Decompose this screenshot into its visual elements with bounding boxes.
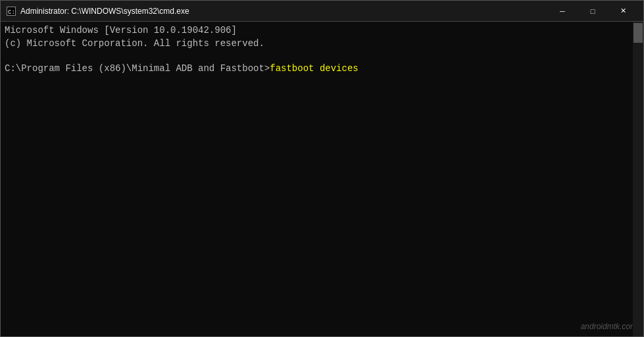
svg-text:C:: C: [8,9,15,15]
cmd-svg-icon: C: [7,7,15,15]
title-bar: C: Administrator: C:\WINDOWS\system32\cm… [1,1,643,22]
cmd-window: C: Administrator: C:\WINDOWS\system32\cm… [0,0,644,337]
scrollbar-thumb[interactable] [633,23,643,43]
minimize-button[interactable]: ─ [547,1,578,22]
console-prompt-line: C:\Program Files (x86)\Minimal ADB and F… [5,63,639,74]
scrollbar[interactable] [633,22,643,336]
cmd-icon: C: [6,6,16,16]
console-body[interactable]: Microsoft Windows [Version 10.0.19042.90… [1,22,643,336]
window-title: Administrator: C:\WINDOWS\system32\cmd.e… [20,7,189,16]
close-button[interactable]: ✕ [608,1,638,22]
window-controls: ─ □ ✕ [547,1,638,22]
console-line-1: Microsoft Windows [Version 10.0.19042.90… [5,24,639,38]
title-bar-left: C: Administrator: C:\WINDOWS\system32\cm… [6,6,189,16]
prompt-path: C:\Program Files (x86)\Minimal ADB and F… [5,63,270,74]
prompt-command: fastboot devices [270,63,358,74]
console-line-blank [5,50,639,63]
console-line-2: (c) Microsoft Corporation. All rights re… [5,38,639,51]
maximize-button[interactable]: □ [578,1,608,22]
watermark: androidmtk.com [581,322,637,331]
